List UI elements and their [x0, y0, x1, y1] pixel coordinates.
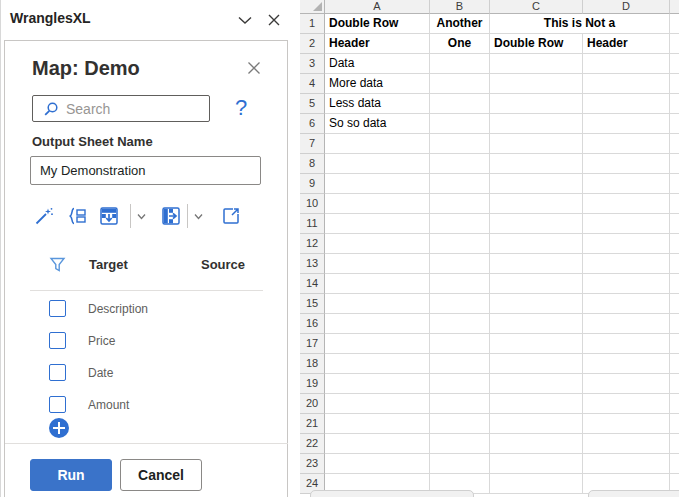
row-header-7[interactable]: 7	[300, 134, 325, 154]
cell-C16[interactable]	[490, 314, 583, 334]
cell-E20[interactable]	[670, 394, 679, 414]
cell-A2[interactable]: Header	[325, 34, 430, 54]
cell-D6[interactable]	[583, 114, 670, 134]
cell-C14[interactable]	[490, 274, 583, 294]
cell-A20[interactable]	[325, 394, 430, 414]
cell-C5[interactable]	[490, 94, 583, 114]
cell-B4[interactable]	[430, 74, 490, 94]
cancel-button[interactable]: Cancel	[120, 459, 202, 491]
cell-A12[interactable]	[325, 234, 430, 254]
cell-C1[interactable]: This is Not a	[490, 14, 670, 34]
cell-C4[interactable]	[490, 74, 583, 94]
cell-E3[interactable]	[670, 54, 679, 74]
cell-C17[interactable]	[490, 334, 583, 354]
cell-E11[interactable]	[670, 214, 679, 234]
row-header-20[interactable]: 20	[300, 394, 325, 414]
cell-B1[interactable]: Another	[430, 14, 490, 34]
cell-C20[interactable]	[490, 394, 583, 414]
row-header-14[interactable]: 14	[300, 274, 325, 294]
cell-B8[interactable]	[430, 154, 490, 174]
select-all-corner[interactable]	[300, 0, 325, 14]
cell-A17[interactable]	[325, 334, 430, 354]
cell-A22[interactable]	[325, 434, 430, 454]
cell-E9[interactable]	[670, 174, 679, 194]
row-header-6[interactable]: 6	[300, 114, 325, 134]
cell-B21[interactable]	[430, 414, 490, 434]
cell-B3[interactable]	[430, 54, 490, 74]
cell-A16[interactable]	[325, 314, 430, 334]
cell-D22[interactable]	[583, 434, 670, 454]
cell-A3[interactable]: Data	[325, 54, 430, 74]
cell-D10[interactable]	[583, 194, 670, 214]
cell-E12[interactable]	[670, 234, 679, 254]
cell-D16[interactable]	[583, 314, 670, 334]
filter-icon[interactable]	[49, 256, 66, 273]
cell-C3[interactable]	[490, 54, 583, 74]
row-header-16[interactable]: 16	[300, 314, 325, 334]
cell-D18[interactable]	[583, 354, 670, 374]
row-header-8[interactable]: 8	[300, 154, 325, 174]
cell-C2[interactable]: Double Row	[490, 34, 583, 54]
cell-C23[interactable]	[490, 454, 583, 474]
row-header-21[interactable]: 21	[300, 414, 325, 434]
cell-C15[interactable]	[490, 294, 583, 314]
cell-C10[interactable]	[490, 194, 583, 214]
cell-E2[interactable]	[670, 34, 679, 54]
search-input[interactable]	[66, 101, 209, 117]
column-header-A[interactable]: A	[325, 0, 430, 14]
magic-wand-icon[interactable]	[34, 206, 54, 226]
cell-B7[interactable]	[430, 134, 490, 154]
cell-A4[interactable]: More data	[325, 74, 430, 94]
cell-C24[interactable]	[490, 474, 583, 494]
cell-B19[interactable]	[430, 374, 490, 394]
cell-D11[interactable]	[583, 214, 670, 234]
cell-A8[interactable]	[325, 154, 430, 174]
cell-D4[interactable]	[583, 74, 670, 94]
group-rows-icon[interactable]	[67, 206, 87, 226]
cell-E14[interactable]	[670, 274, 679, 294]
cell-A18[interactable]	[325, 354, 430, 374]
cell-D17[interactable]	[583, 334, 670, 354]
row-header-19[interactable]: 19	[300, 374, 325, 394]
cell-A9[interactable]	[325, 174, 430, 194]
add-mapping-button[interactable]	[49, 418, 69, 438]
mapping-checkbox-amount[interactable]	[49, 396, 66, 413]
cell-D23[interactable]	[583, 454, 670, 474]
row-header-12[interactable]: 12	[300, 234, 325, 254]
cell-E10[interactable]	[670, 194, 679, 214]
column-header-B[interactable]: B	[430, 0, 490, 14]
cell-D14[interactable]	[583, 274, 670, 294]
row-header-23[interactable]: 23	[300, 454, 325, 474]
cell-A7[interactable]	[325, 134, 430, 154]
cell-B16[interactable]	[430, 314, 490, 334]
row-header-22[interactable]: 22	[300, 434, 325, 454]
cell-C18[interactable]	[490, 354, 583, 374]
row-header-13[interactable]: 13	[300, 254, 325, 274]
column-header-C[interactable]: C	[490, 0, 583, 14]
cell-C8[interactable]	[490, 154, 583, 174]
cell-C13[interactable]	[490, 254, 583, 274]
mapping-checkbox-price[interactable]	[49, 332, 66, 349]
cell-B12[interactable]	[430, 234, 490, 254]
row-header-5[interactable]: 5	[300, 94, 325, 114]
column-header-D[interactable]: D	[583, 0, 670, 14]
cell-A6[interactable]: So so data	[325, 114, 430, 134]
cell-C7[interactable]	[490, 134, 583, 154]
table-insert-down-icon[interactable]	[99, 206, 119, 226]
cell-C21[interactable]	[490, 414, 583, 434]
cell-B23[interactable]	[430, 454, 490, 474]
help-icon[interactable]: ?	[231, 95, 251, 121]
row-header-17[interactable]: 17	[300, 334, 325, 354]
insert-right-dropdown-chevron-icon[interactable]	[193, 211, 204, 222]
cell-B9[interactable]	[430, 174, 490, 194]
cell-D20[interactable]	[583, 394, 670, 414]
cell-A13[interactable]	[325, 254, 430, 274]
row-header-2[interactable]: 2	[300, 34, 325, 54]
cell-B2[interactable]: One	[430, 34, 490, 54]
cell-A10[interactable]	[325, 194, 430, 214]
search-field[interactable]	[32, 95, 210, 122]
cell-A23[interactable]	[325, 454, 430, 474]
cell-C12[interactable]	[490, 234, 583, 254]
cell-E1[interactable]	[670, 14, 679, 34]
cell-B6[interactable]	[430, 114, 490, 134]
